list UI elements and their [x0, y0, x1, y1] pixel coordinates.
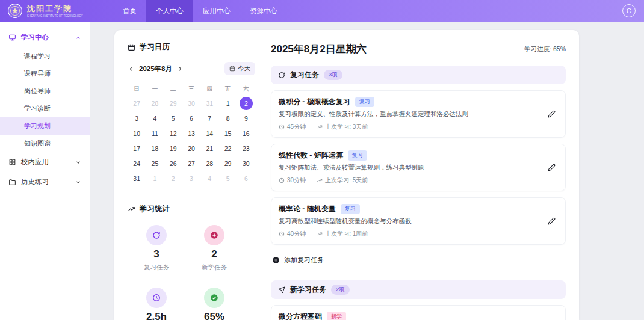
calendar-day[interactable]: 7	[200, 111, 218, 126]
calendar-day[interactable]: 28	[146, 96, 164, 111]
calendar-day[interactable]: 13	[182, 126, 200, 141]
calendar-day[interactable]: 31	[200, 96, 218, 111]
weekday-label: 五	[218, 82, 237, 96]
sidebar-group-history-practice[interactable]: 历史练习	[0, 172, 90, 192]
calendar-day[interactable]: 3	[182, 171, 200, 186]
review-section-header: 复习任务 3项	[271, 66, 566, 84]
calendar-day[interactable]: 12	[164, 126, 182, 141]
calendar-day[interactable]: 24	[128, 156, 146, 171]
weekday-label: 二	[164, 82, 182, 96]
calendar-day[interactable]: 5	[164, 111, 182, 126]
chevron-down-icon	[75, 179, 81, 185]
calendar-day[interactable]: 27	[128, 96, 146, 111]
calendar-day[interactable]: 4	[146, 111, 164, 126]
calendar-day[interactable]: 6	[182, 111, 200, 126]
sidebar-item-knowledge-graph[interactable]: 知识图谱	[0, 135, 90, 152]
task-title: 微分方程基础	[279, 312, 322, 320]
calendar-day[interactable]: 29	[164, 96, 182, 111]
edit-pencil-icon[interactable]	[545, 161, 558, 174]
today-button[interactable]: 今天	[224, 62, 255, 75]
calendar-month-label: 2025年8月	[139, 64, 172, 73]
calendar-day[interactable]: 20	[182, 141, 200, 156]
calendar-day[interactable]: 29	[218, 156, 237, 171]
content-area: 学习日历 2025年8月	[90, 22, 644, 320]
add-review-task-label: 添加复习任务	[284, 256, 324, 265]
edit-pencil-icon[interactable]	[545, 108, 558, 120]
nav-item-app-center[interactable]: 应用中心	[193, 0, 240, 22]
task-description: 复习矩阵加法、乘法及转置运算规则，练习典型例题	[279, 164, 424, 172]
calendar-day[interactable]: 19	[164, 141, 182, 156]
task-title: 微积分 - 极限概念复习	[279, 97, 350, 107]
task-duration: 45分钟	[287, 123, 306, 131]
clock-icon	[146, 288, 167, 308]
task-title: 线性代数 - 矩阵运算	[279, 150, 343, 161]
nav-item-resource-center[interactable]: 资源中心	[240, 0, 287, 22]
send-icon	[278, 286, 285, 294]
calendar-day[interactable]: 30	[237, 156, 255, 171]
stats-title: 学习统计	[140, 204, 170, 214]
today-button-label: 今天	[238, 64, 250, 73]
sidebar-item-study-plan[interactable]: 学习规划	[0, 117, 90, 135]
chart-icon	[128, 205, 135, 213]
stat-value: 65%	[204, 311, 224, 320]
calendar-day[interactable]: 9	[237, 111, 255, 126]
calendar-day[interactable]: 11	[146, 126, 164, 141]
stat-label: 复习任务	[144, 263, 169, 272]
primary-nav: 首页 个人中心 应用中心 资源中心	[113, 0, 287, 22]
calendar-day[interactable]: 18	[146, 141, 164, 156]
calendar-day[interactable]: 2	[164, 171, 182, 186]
sidebar-group-label: 学习中心	[21, 33, 49, 42]
sidebar-group-learning-center[interactable]: 学习中心	[0, 28, 90, 48]
nav-item-personal-center[interactable]: 个人中心	[146, 0, 193, 22]
nav-item-home[interactable]: 首页	[113, 0, 146, 22]
stat-label: 新学任务	[202, 263, 227, 272]
progress-label: 学习进度: 65%	[524, 45, 566, 54]
calendar-day[interactable]: 3	[128, 111, 146, 126]
task-last-study: 上次学习: 1周前	[325, 230, 368, 238]
calendar-day[interactable]: 6	[237, 171, 255, 186]
prev-month-button[interactable]	[128, 66, 134, 72]
calendar-day[interactable]: 28	[200, 156, 218, 171]
page-title-date: 2025年8月2日星期六	[271, 42, 367, 56]
edit-pencil-icon[interactable]	[545, 215, 558, 227]
sidebar-item-course-study[interactable]: 课程学习	[0, 48, 90, 65]
next-month-button[interactable]	[177, 66, 184, 72]
calendar-day[interactable]: 1	[218, 96, 237, 111]
sidebar-item-course-tutor[interactable]: 课程导师	[0, 65, 90, 82]
globe-button[interactable]: G	[622, 4, 636, 17]
calendar-day-today[interactable]: 2	[240, 97, 253, 110]
clock-icon	[279, 231, 285, 237]
calendar-day[interactable]: 14	[200, 126, 218, 141]
calendar-weekdays: 日一二三四五六	[128, 82, 255, 96]
calendar-day[interactable]: 8	[218, 111, 237, 126]
calendar-day[interactable]: 31	[128, 171, 146, 186]
calendar-day[interactable]: 21	[200, 141, 218, 156]
sidebar-item-diagnosis[interactable]: 学习诊断	[0, 100, 90, 117]
calendar-day[interactable]: 4	[200, 171, 218, 186]
calendar-day[interactable]: 27	[182, 156, 200, 171]
sidebar: 学习中心 课程学习 课程导师 岗位导师 学习诊断 学习规划 知识图谱 校内应用	[0, 22, 90, 320]
calendar-day[interactable]: 10	[128, 126, 146, 141]
calendar-day[interactable]: 25	[146, 156, 164, 171]
trend-up-icon	[317, 124, 323, 130]
review-section-title: 复习任务	[290, 70, 319, 80]
add-review-task-button[interactable]: 添加复习任务	[271, 252, 566, 268]
calendar-day[interactable]: 23	[237, 141, 255, 156]
calendar-day[interactable]: 17	[128, 141, 146, 156]
calendar-day[interactable]: 16	[237, 126, 255, 141]
calendar-day[interactable]: 22	[218, 141, 237, 156]
calendar-day[interactable]: 1	[146, 171, 164, 186]
calendar-day[interactable]: 5	[218, 171, 237, 186]
clock-icon	[279, 177, 285, 183]
chevron-up-icon	[75, 35, 81, 41]
refresh-icon	[278, 72, 285, 79]
sidebar-group-campus-apps[interactable]: 校内应用	[0, 152, 90, 172]
sidebar-item-post-tutor[interactable]: 岗位导师	[0, 82, 90, 100]
plus-circle-icon	[272, 256, 280, 264]
task-tag-review: 复习	[348, 150, 367, 161]
new-task-card: 微分方程基础 新学 学习一阶常微分方程的解法，包括可分离变量、齐次方程等 60分…	[271, 305, 566, 320]
calendar-day[interactable]: 30	[182, 96, 200, 111]
calendar-day[interactable]: 15	[218, 126, 237, 141]
calendar-day[interactable]: 26	[164, 156, 182, 171]
task-last-study: 上次学习: 5天前	[325, 176, 368, 185]
